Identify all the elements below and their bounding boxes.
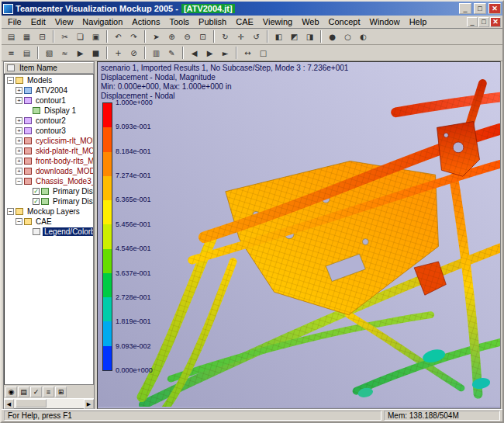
menu-actions[interactable]: Actions [127,16,164,27]
save-button[interactable]: ▦ [19,29,34,43]
tree-horizontal-scrollbar[interactable]: ◀ ▶ [4,398,94,408]
tree-item-mockup-layers[interactable]: −Mockup Layers [5,206,93,217]
scrollbar-track[interactable] [14,399,84,408]
zoom-out-button[interactable]: ⊖ [180,29,195,43]
legend-button[interactable]: ▥ [149,46,164,60]
tree-item-cyclicsim-rlt-model[interactable]: +cyclicsim-rlt_MODEL [5,136,93,146]
tree-item-chassis-mode3-72[interactable]: −Chassis_Mode3_72... [5,176,93,186]
menu-navigation[interactable]: Navigation [78,16,127,27]
menu-file[interactable]: File [3,16,26,27]
menu-concept[interactable]: Concept [324,16,365,27]
zoom-in-button[interactable]: ⊕ [164,29,179,43]
mdi-minimize-button[interactable]: _ [467,17,478,27]
tree-column-header[interactable]: Item Name [4,62,94,74]
probe-button[interactable]: + [111,46,126,60]
tree-expand-toggle[interactable]: + [16,127,22,134]
tree-expand-toggle[interactable]: + [16,97,22,104]
scroll-left-arrow[interactable]: ◀ [4,399,14,409]
model-tree-button[interactable]: ≡ [4,46,19,60]
deformed-button[interactable]: ≈ [57,46,72,60]
animate-button[interactable]: ▶ [73,46,88,60]
redo-button[interactable]: ↷ [126,29,141,43]
spin-button[interactable]: ↺ [249,29,264,43]
tree-expand-toggle[interactable]: + [16,147,22,154]
mdi-close-button[interactable]: ✕ [490,17,501,27]
print-button[interactable]: ⊟ [35,29,50,43]
tree-item-downloads-mode[interactable]: +downloads_MODE... [5,166,93,176]
zoom-fit-button[interactable]: ⊡ [195,29,210,43]
tree-expand-toggle[interactable]: + [16,158,22,165]
open-button[interactable]: ▤ [4,29,19,43]
view-list-button[interactable]: ≡ [43,387,54,397]
title-bar[interactable]: Teamcenter Visualization Mockup 2005 - [… [2,2,502,16]
view-options-button[interactable]: ⊞ [55,387,67,397]
copy-button[interactable]: ❏ [73,29,88,43]
play-button[interactable]: ▶ [202,46,217,60]
tree-item-models[interactable]: −Models [5,75,93,85]
mdi-restore-button[interactable]: □ [478,17,489,27]
tree-item-atv2004[interactable]: +ATV2004 [5,85,93,95]
menu-cae[interactable]: CAE [231,16,258,27]
tree-item-cae[interactable]: −CAE [5,217,93,227]
tree-item-checkbox[interactable]: ✓ [33,198,40,205]
tree-expand-toggle[interactable]: − [16,218,22,225]
view-top-button[interactable]: ◨ [302,29,317,43]
menu-viewing[interactable]: Viewing [258,16,297,27]
menu-tools[interactable]: Tools [164,16,194,27]
menu-help[interactable]: Help [405,16,432,27]
view-markups-button[interactable]: ✓ [30,387,42,397]
tree-item-skid-plate-rlt-model[interactable]: +skid-plate-rlt_MODEL [5,146,93,156]
report-button[interactable]: □ [256,46,271,60]
contour-button[interactable]: ▧ [42,46,57,60]
tree-expand-toggle[interactable]: − [16,178,22,185]
tree-footer-toolbar: ◉▤✓≡⊞ [4,385,94,398]
view-front-button[interactable]: ◧ [271,29,286,43]
tree-item-front-body-rlts-mo[interactable]: +front-body-rlts_MO... [5,156,93,166]
stop-button[interactable]: ■ [88,46,103,60]
rotate-button[interactable]: ↻ [218,29,233,43]
tree-item-checkbox[interactable]: ✓ [33,188,40,195]
tree-item-contour2[interactable]: +contour2 [5,116,93,126]
minimize-button[interactable]: _ [459,3,471,14]
scrollbar-thumb[interactable] [16,399,47,407]
tree-item-display-1[interactable]: Display 1 [5,106,93,116]
tree-expand-toggle[interactable]: + [16,137,22,144]
pan-button[interactable]: ✛ [233,29,248,43]
maximize-button[interactable]: □ [474,3,486,14]
tree-item-contour1[interactable]: +contour1 [5,95,93,106]
cut-button[interactable]: ✂ [57,29,72,43]
wireframe-button[interactable]: ○ [340,29,355,43]
undo-button[interactable]: ↶ [111,29,126,43]
tree-expand-toggle[interactable]: − [7,77,14,84]
view-iso-button[interactable]: ◩ [287,29,302,43]
paste-button[interactable]: ▣ [88,29,103,43]
view-models-button[interactable]: ◉ [5,387,17,397]
tree-expand-toggle[interactable]: − [7,208,14,215]
select-button[interactable]: ➤ [149,29,164,43]
tree-item-primary-display[interactable]: ✓Primary Display ... [5,186,93,196]
tree-item-contour3[interactable]: +contour3 [5,126,93,136]
menu-web[interactable]: Web [297,16,323,27]
tree-expand-toggle[interactable]: + [16,168,22,175]
tree-expand-toggle[interactable]: + [16,117,22,124]
menu-view[interactable]: View [50,16,78,27]
3d-viewport[interactable]: scenario 1, Imported Results 1, No Subca… [97,61,501,409]
section-button[interactable]: ⊘ [126,46,141,60]
menu-window[interactable]: Window [365,16,405,27]
measure-button[interactable]: ↔ [240,46,255,60]
layers-button[interactable]: ▤ [19,46,34,60]
menu-edit[interactable]: Edit [26,16,50,27]
tree-item-legend-colorbar[interactable]: Legend/Colorbar [5,227,93,237]
legend-value-label: 0.000e+000 [116,367,153,374]
step-forward-button[interactable]: ► [218,46,233,60]
tree-item-primary-display[interactable]: ✓Primary Display... [5,196,93,206]
scroll-right-arrow[interactable]: ▶ [84,399,94,409]
step-back-button[interactable]: ◀ [187,46,202,60]
hidden-line-button[interactable]: ◐ [356,29,371,43]
menu-publish[interactable]: Publish [194,16,231,27]
shaded-button[interactable]: ● [325,29,340,43]
annotate-button[interactable]: ✎ [164,46,179,60]
view-layers-button[interactable]: ▤ [18,387,29,397]
tree-expand-toggle[interactable]: + [16,87,22,94]
close-button[interactable]: ✕ [488,3,501,14]
